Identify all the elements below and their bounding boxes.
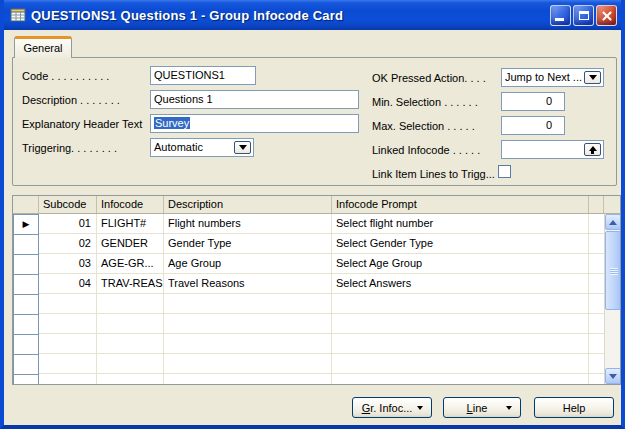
min-selection-field[interactable]: 0 [501,92,565,111]
grid-cell-description[interactable]: Age Group [164,254,332,274]
row-selector[interactable] [13,374,39,384]
grid-cell-infocode[interactable]: AGE-GR... [97,254,164,274]
line-menu-button[interactable]: Line [443,397,521,418]
row-selector[interactable] [13,334,39,355]
ok-pressed-action-combobox[interactable]: Jump to Next ... [501,68,604,87]
grid-row: 04TRAV-REASTravel ReasonsSelect Answers [13,274,604,294]
grid-cell-subcode[interactable] [39,294,97,314]
grid-cell-description[interactable] [164,334,332,354]
grid-cell-filler [589,294,604,314]
grid-cell-subcode[interactable]: 01 [39,214,97,234]
grid-cell-prompt[interactable]: Select flight number [332,214,589,234]
grid-cell-subcode[interactable]: 03 [39,254,97,274]
scrollbar-grip-icon [610,268,618,275]
link-item-lines-checkbox[interactable] [498,165,511,178]
close-button[interactable] [596,5,617,26]
grid-cell-infocode[interactable]: FLIGHT# [97,214,164,234]
titlebar[interactable]: QUESTIONS1 Questions 1 - Group Infocode … [0,0,625,30]
grid-cell-prompt[interactable] [332,374,589,384]
row-selector[interactable] [13,294,39,315]
code-field[interactable]: QUESTIONS1 [150,66,256,85]
scroll-down-icon [609,374,617,379]
grid-cell-prompt[interactable] [332,314,589,334]
grid-cell-filler [589,234,604,254]
grid-cell-description[interactable] [164,374,332,384]
grid-cell-prompt[interactable]: Select Age Group [332,254,589,274]
grid-cell-description[interactable] [164,294,332,314]
row-selector[interactable] [13,354,39,375]
grid-cell-infocode[interactable]: TRAV-REAS [97,274,164,294]
grid-cell-filler [589,254,604,274]
gr-infocode-button-label: Gr. Infoc... [361,402,413,414]
grid-cell-infocode[interactable] [97,294,164,314]
grid-cell-prompt[interactable]: Select Gender Type [332,234,589,254]
explanatory-header-text-field[interactable]: Survey [150,114,359,133]
grid-cell-filler [589,374,604,384]
grid-row-empty [13,314,604,334]
grid-cell-subcode[interactable]: 02 [39,234,97,254]
triggering-dropdown-button[interactable] [234,141,251,154]
tab-general[interactable]: General [14,36,72,58]
window-title: QUESTIONS1 Questions 1 - Group Infocode … [31,8,550,23]
linked-infocode-field[interactable] [501,140,604,159]
grid-cell-infocode[interactable] [97,314,164,334]
chevron-down-icon [239,145,247,150]
grid-row-empty [13,294,604,314]
ok-pressed-action-dropdown-button[interactable] [584,71,601,84]
linked-infocode-lookup-button[interactable] [584,143,601,156]
grid-row-empty [13,374,604,384]
maximize-button[interactable] [573,5,594,26]
grid-row: 02GENDERGender TypeSelect Gender Type [13,234,604,254]
grid-header-description: Description [164,196,332,213]
grid-cell-prompt[interactable] [332,354,589,374]
minimize-button[interactable] [550,5,571,26]
max-selection-field[interactable]: 0 [501,116,565,135]
lookup-up-arrow-icon [589,146,597,154]
linked-infocode-label: Linked Infocode . . . . . [372,144,480,156]
grid-cell-description[interactable] [164,354,332,374]
description-field[interactable]: Questions 1 [150,90,359,109]
row-selector[interactable] [13,254,39,275]
scroll-up-button[interactable] [605,214,621,230]
grid-cell-subcode[interactable] [39,314,97,334]
grid-cell-description[interactable] [164,314,332,334]
help-button-label: Help [543,402,605,414]
grid-cell-subcode[interactable] [39,354,97,374]
grid-cell-subcode[interactable] [39,374,97,384]
infocode-lines-grid: Subcode Infocode Description Infocode Pr… [12,195,621,385]
grid-cell-prompt[interactable] [332,294,589,314]
grid-row-empty [13,354,604,374]
group-infocode-card-window: QUESTIONS1 Questions 1 - Group Infocode … [0,0,625,429]
grid-cell-filler [589,274,604,294]
vertical-scrollbar[interactable] [604,214,620,384]
row-selector[interactable] [13,234,39,255]
min-selection-label: Min. Selection . . . . . . [372,96,478,108]
grid-cell-subcode[interactable] [39,334,97,354]
grid-cell-description[interactable]: Gender Type [164,234,332,254]
grid-cell-infocode[interactable] [97,354,164,374]
gr-infocode-menu-button[interactable]: Gr. Infoc... [352,397,432,418]
code-label: Code . . . . . . . . . . [22,70,109,82]
row-selector[interactable]: ▶ [13,214,39,235]
grid-cell-description[interactable]: Flight numbers [164,214,332,234]
grid-cell-filler [589,334,604,354]
scrollbar-thumb[interactable] [605,231,621,310]
grid-cell-infocode[interactable]: GENDER [97,234,164,254]
help-button[interactable]: Help [534,397,614,418]
grid-cell-filler [589,214,604,234]
grid-cell-infocode[interactable] [97,374,164,384]
grid-header-scroll-corner [604,196,620,213]
grid-cell-prompt[interactable]: Select Answers [332,274,589,294]
grid-cell-subcode[interactable]: 04 [39,274,97,294]
grid-header-filler [589,196,604,213]
triggering-combobox[interactable]: Automatic [150,138,254,157]
grid-cell-infocode[interactable] [97,334,164,354]
grid-cell-description[interactable]: Travel Reasons [164,274,332,294]
close-icon [597,6,616,25]
row-selector[interactable] [13,314,39,335]
grid-cell-filler [589,354,604,374]
row-selector[interactable] [13,274,39,295]
grid-cell-prompt[interactable] [332,334,589,354]
grid-header-subcode: Subcode [39,196,97,213]
scroll-down-button[interactable] [605,368,621,384]
